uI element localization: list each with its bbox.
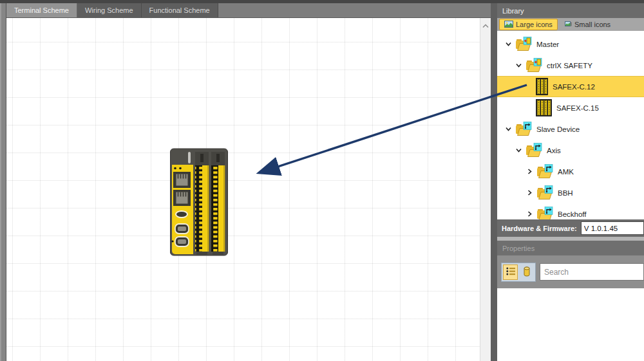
- tab-wiring-scheme[interactable]: Wiring Scheme: [77, 3, 142, 17]
- chevron-spacer: [525, 104, 534, 113]
- properties-view-button-group: [501, 263, 536, 282]
- folder-axis-icon: [536, 207, 553, 219]
- large-icons-label: Large icons: [516, 21, 553, 28]
- tree-item-ctrlx-safety[interactable]: ctrlX SAFETY: [497, 55, 644, 76]
- tree-item-master[interactable]: Master: [497, 33, 644, 55]
- folder-master-icon: [515, 37, 532, 51]
- scheme-tabbar: Terminal Scheme Wiring Scheme Functional…: [6, 3, 491, 18]
- chevron-right-icon[interactable]: [525, 210, 534, 219]
- properties-header: Properties: [497, 241, 644, 255]
- safex-c12-device-icon: [536, 78, 548, 95]
- tree-item-beckhoff[interactable]: Beckhoff: [497, 203, 644, 219]
- tree-item-safex-c15[interactable]: SAFEX-C.15: [497, 97, 644, 118]
- canvas-vertical-scrollbar[interactable]: [480, 18, 491, 361]
- component-view-button[interactable]: [519, 264, 534, 280]
- library-header: Library: [497, 3, 644, 18]
- tree-item-amk[interactable]: AMK: [497, 161, 644, 182]
- safex-c12-device-graphic[interactable]: [169, 147, 229, 257]
- tree-item-label: AMK: [558, 168, 574, 176]
- terminal-scheme-canvas[interactable]: [6, 18, 480, 361]
- tab-label: Functional Scheme: [149, 6, 210, 14]
- hardware-firmware-bar: Hardware & Firmware:: [497, 219, 644, 237]
- small-icons-icon: [565, 21, 572, 29]
- tab-label: Terminal Scheme: [14, 6, 69, 14]
- large-icons-button[interactable]: Large icons: [499, 19, 558, 30]
- tree-item-label: Axis: [547, 147, 561, 154]
- icon-size-toggle-bar: Large icons Small icons: [497, 18, 644, 31]
- library-tree: Master ctrlX SAFETY SAFEX-C.12: [497, 31, 644, 219]
- tree-item-label: Master: [536, 41, 559, 48]
- tree-item-axis[interactable]: Axis: [497, 140, 644, 161]
- folder-axis-icon: [536, 185, 553, 200]
- tree-item-safex-c12[interactable]: SAFEX-C.12: [497, 76, 644, 97]
- properties-search-input[interactable]: [540, 263, 644, 281]
- details-view-icon: [506, 266, 516, 277]
- properties-title: Properties: [502, 245, 535, 252]
- tree-item-label: BBH: [558, 189, 573, 197]
- tree-item-label: SAFEX-C.15: [556, 104, 599, 112]
- tree-item-slave-device[interactable]: Slave Device: [497, 118, 644, 140]
- tree-item-label: Beckhoff: [558, 210, 587, 218]
- app-window: Terminal Scheme Wiring Scheme Functional…: [0, 0, 644, 361]
- chevron-right-icon[interactable]: [525, 167, 534, 176]
- tree-item-label: SAFEX-C.12: [553, 83, 595, 91]
- small-icons-label: Small icons: [574, 21, 611, 28]
- scroll-up-icon[interactable]: [482, 22, 489, 30]
- properties-toolbar: [497, 255, 644, 288]
- tab-label: Wiring Scheme: [85, 6, 133, 14]
- folder-master-icon: [525, 58, 542, 73]
- properties-body: [497, 288, 644, 361]
- tree-item-bbh[interactable]: BBH: [497, 182, 644, 203]
- large-icons-icon: [504, 21, 513, 29]
- library-panel: Library Large icons Small icons: [497, 3, 644, 361]
- chevron-right-icon[interactable]: [525, 189, 534, 198]
- chevron-down-icon[interactable]: [504, 125, 513, 134]
- tree-item-label: ctrlX SAFETY: [547, 62, 592, 69]
- tab-terminal-scheme[interactable]: Terminal Scheme: [6, 3, 77, 17]
- tab-functional-scheme[interactable]: Functional Scheme: [142, 3, 218, 17]
- details-view-button[interactable]: [503, 264, 518, 280]
- hardware-firmware-label: Hardware & Firmware:: [502, 225, 577, 232]
- component-icon: [523, 266, 531, 278]
- chevron-down-icon[interactable]: [514, 61, 523, 70]
- chevron-spacer: [525, 82, 534, 91]
- library-title: Library: [502, 7, 524, 15]
- safex-c15-device-icon: [536, 99, 552, 116]
- tree-item-label: Slave Device: [536, 125, 580, 133]
- small-icons-button[interactable]: Small icons: [560, 19, 615, 30]
- folder-axis-icon: [525, 143, 542, 158]
- chevron-down-icon[interactable]: [514, 146, 523, 155]
- folder-axis-icon: [536, 164, 553, 179]
- panel-divider[interactable]: [491, 3, 497, 361]
- left-panel-edge[interactable]: [0, 3, 6, 361]
- folder-axis-icon: [515, 122, 532, 136]
- hardware-firmware-input[interactable]: [581, 221, 644, 235]
- chevron-down-icon[interactable]: [504, 40, 513, 49]
